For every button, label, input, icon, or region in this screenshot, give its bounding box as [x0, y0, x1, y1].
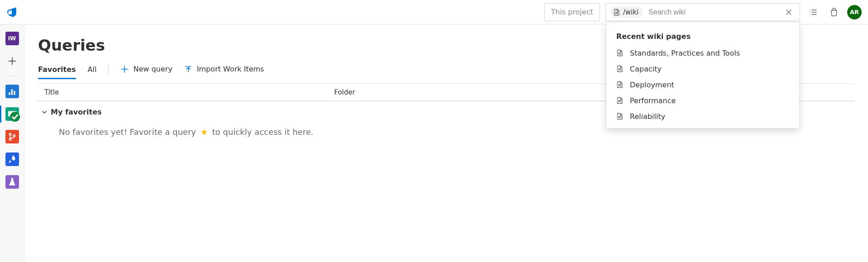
list-icon	[809, 8, 818, 17]
settings-list-button[interactable]	[806, 5, 821, 20]
document-icon	[613, 9, 620, 16]
check-badge-icon	[10, 112, 20, 122]
favorites-group-label: My favorites	[51, 108, 102, 116]
document-icon	[616, 65, 623, 72]
import-icon	[184, 65, 192, 73]
branch-icon	[7, 132, 17, 142]
search-box: /wiki Recent wiki pages Standards, Pract…	[605, 3, 800, 21]
tab-all[interactable]: All	[88, 62, 97, 79]
dropdown-item-label: Reliability	[630, 112, 665, 121]
dropdown-item-label: Deployment	[630, 81, 674, 89]
search-filter-label: /wiki	[623, 8, 638, 16]
chevron-down-icon	[41, 109, 48, 116]
dropdown-item-label: Standards, Practices and Tools	[630, 49, 740, 57]
dropdown-item-label: Capacity	[630, 65, 662, 73]
document-icon	[616, 97, 623, 104]
dropdown-item[interactable]: Performance	[606, 93, 799, 109]
dropdown-item[interactable]: Deployment	[606, 77, 799, 93]
import-work-items-button[interactable]: Import Work Items	[184, 65, 264, 77]
rail-add-button[interactable]	[5, 53, 20, 69]
azure-devops-logo[interactable]	[5, 6, 18, 19]
rail-pipelines-button[interactable]	[5, 152, 20, 167]
svg-point-4	[13, 135, 15, 137]
dropdown-item[interactable]: Reliability	[606, 109, 799, 124]
tab-favorites[interactable]: Favorites	[38, 62, 76, 79]
dropdown-item[interactable]: Capacity	[606, 61, 799, 77]
search-input[interactable]	[647, 4, 778, 21]
project-initials: IW	[8, 35, 16, 42]
rail-repos-button[interactable]	[5, 129, 20, 144]
dropdown-item[interactable]: Standards, Practices and Tools	[606, 45, 799, 61]
search-suggestions-dropdown: Recent wiki pages Standards, Practices a…	[606, 22, 800, 129]
rail-project-button[interactable]: IW	[5, 31, 20, 46]
pipelines-tile	[5, 152, 19, 166]
dropdown-title: Recent wiki pages	[606, 29, 799, 45]
rail-separator	[5, 76, 19, 76]
svg-point-3	[9, 138, 11, 140]
testplans-tile	[5, 175, 19, 189]
avatar-initials: AR	[850, 9, 859, 15]
dropdown-item-label: Performance	[630, 96, 676, 105]
rail-boards-button[interactable]	[5, 106, 20, 122]
svg-point-1	[10, 112, 20, 122]
rail-overview-button[interactable]	[5, 84, 20, 99]
marketplace-button[interactable]	[826, 5, 842, 20]
flask-icon	[7, 177, 17, 187]
rocket-icon	[7, 154, 17, 164]
topbar: This project /wiki Recent wiki pages Sta…	[0, 0, 868, 24]
empty-text-after: to quickly access it here.	[212, 127, 314, 137]
column-header-title[interactable]: Title	[38, 84, 328, 101]
new-query-label: New query	[133, 65, 172, 73]
star-icon: ★	[201, 127, 208, 137]
shopping-bag-icon	[830, 8, 839, 17]
boards-tile	[5, 107, 19, 121]
toolbar-separator	[108, 64, 109, 74]
document-icon	[616, 113, 623, 120]
document-icon	[616, 81, 623, 88]
left-nav-rail: IW	[0, 24, 24, 262]
project-tile: IW	[5, 32, 19, 45]
plus-icon	[7, 56, 17, 66]
import-label: Import Work Items	[197, 65, 264, 73]
search-filter-chip[interactable]: /wiki	[610, 7, 643, 18]
repos-tile	[5, 130, 19, 143]
search-scope-chip[interactable]: This project	[544, 3, 600, 21]
svg-point-2	[9, 133, 11, 135]
new-query-button[interactable]: New query	[120, 65, 172, 77]
empty-text-before: No favorites yet! Favorite a query	[59, 127, 196, 137]
overview-tile	[5, 85, 19, 98]
search-clear-button[interactable]	[782, 6, 795, 19]
dashboard-icon	[7, 86, 17, 96]
plus-icon	[120, 65, 129, 73]
close-icon	[786, 9, 792, 15]
user-avatar[interactable]: AR	[847, 5, 862, 19]
document-icon	[616, 49, 623, 57]
rail-testplans-button[interactable]	[5, 174, 20, 190]
search-scope-label: This project	[551, 8, 593, 16]
